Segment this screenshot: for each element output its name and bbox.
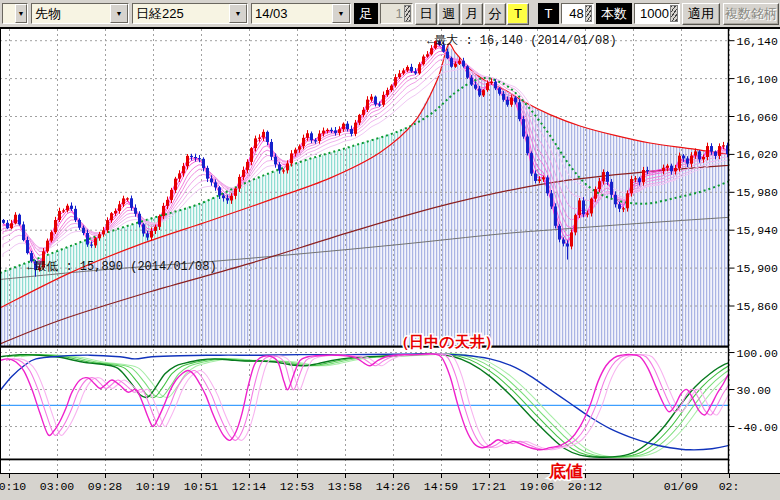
svg-text:30.00: 30.00 [737,384,772,397]
time-axis-labels: 00:1003:0009:2810:1910:5112:1412:5313:58… [0,473,780,500]
svg-text:09:28: 09:28 [88,480,123,493]
svg-text:14:59: 14:59 [424,480,459,493]
svg-text:16,100: 16,100 [737,73,779,86]
svg-text:14:26: 14:26 [376,480,411,493]
svg-text:10:19: 10:19 [136,480,171,493]
chart-canvas[interactable]: 16,14016,10016,06016,02015,98015,94015,9… [0,0,780,500]
svg-text:←最低 : 15,890 (2014/01/08): ←最低 : 15,890 (2014/01/08) [27,260,217,274]
svg-text:12:53: 12:53 [280,480,315,493]
svg-text:16,020: 16,020 [737,148,779,161]
svg-text:19:06: 19:06 [520,480,555,493]
svg-text:00:10: 00:10 [0,480,26,493]
svg-text:01/09: 01/09 [664,480,699,493]
oscillator-lines [0,354,779,458]
svg-text:底値: 底値 [548,462,583,481]
svg-text:03:00: 03:00 [40,480,75,493]
svg-text:15,940: 15,940 [737,224,779,237]
svg-text:-40.00: -40.00 [737,421,779,434]
svg-text:17:21: 17:21 [472,480,507,493]
svg-text:15,860: 15,860 [737,300,779,313]
svg-text:20:12: 20:12 [568,480,603,493]
svg-text:02:: 02: [719,480,740,493]
svg-text:100.00: 100.00 [737,347,779,360]
svg-text:10:51: 10:51 [184,480,219,493]
svg-text:15,980: 15,980 [737,186,779,199]
svg-text:12:14: 12:14 [232,480,267,493]
svg-text:（日中の天井）: （日中の天井） [394,333,499,351]
price-axis-labels: 16,14016,10016,06016,02015,98015,94015,9… [729,35,779,434]
svg-text:13:58: 13:58 [328,480,363,493]
svg-text:←最大 : 16,140 (2014/01/08): ←最大 : 16,140 (2014/01/08) [427,33,617,48]
svg-text:16,060: 16,060 [737,111,779,124]
svg-text:15,900: 15,900 [737,262,779,275]
svg-text:16,140: 16,140 [737,35,779,48]
